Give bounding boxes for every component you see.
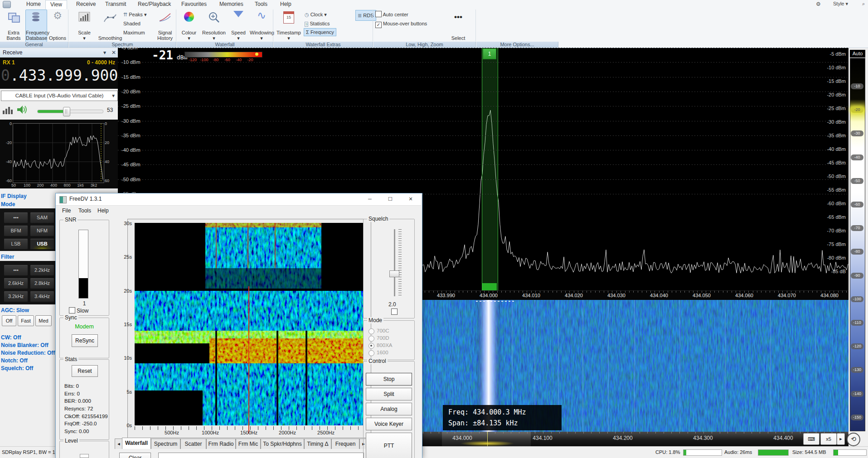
statistics-button[interactable]: 9 Statistics	[305, 20, 330, 27]
agc-med-button[interactable]: Med	[35, 315, 52, 326]
noise-blanker-status[interactable]: Noise Blanker: Off	[1, 342, 48, 348]
tab-to-spkr[interactable]: To Spkr/Hdphns	[261, 439, 304, 449]
ribbon-tab-memories[interactable]: Memories	[215, 0, 248, 9]
waterfall-colorbar[interactable]	[184, 52, 262, 58]
mode-button-more[interactable]: •••	[4, 212, 28, 223]
filter-button-26[interactable]: 2.6kHz	[4, 278, 28, 289]
ribbon-tab-home[interactable]: Home	[22, 0, 45, 9]
mode-button-sam[interactable]: SAM	[30, 212, 54, 223]
signal-history-button[interactable]: Signal History	[154, 10, 176, 42]
agc-off-button[interactable]: Off	[2, 315, 16, 326]
colorbar-marker-dot[interactable]	[255, 53, 258, 56]
menu-help[interactable]: Help	[97, 207, 109, 214]
mode-button-lsb[interactable]: LSB	[4, 238, 28, 250]
mode-radio-800xa[interactable]	[369, 343, 374, 349]
tab-spectrum[interactable]: Spectrum	[151, 439, 180, 449]
search-icon[interactable]: ⌕	[862, 1, 865, 7]
windowing-button[interactable]: ∿ Windowing▾	[249, 10, 274, 42]
clock-menu[interactable]: ◷ Clock ▾	[305, 11, 327, 18]
volume-slider[interactable]	[37, 110, 103, 113]
ribbon-tab-tools[interactable]: Tools	[250, 0, 272, 9]
freedv-waterfall[interactable]	[135, 223, 363, 425]
auto-center-checkbox[interactable]	[375, 11, 382, 17]
filter-button-28[interactable]: 2.8kHz	[30, 278, 54, 289]
panel-collapse-icon[interactable]: ▾	[103, 48, 106, 57]
options-button[interactable]: ⚙ Options	[47, 10, 68, 42]
ribbon-tab-rec-playback[interactable]: Rec/Playback	[133, 0, 175, 9]
tab-scatter[interactable]: Scatter	[180, 439, 206, 449]
waterfall-intensity-ruler[interactable]: -10-20-30-40-50-60-70-80-90-100-110-120-…	[850, 58, 865, 431]
resolution-button[interactable]: Resolution▾	[200, 10, 228, 42]
filter-button-more[interactable]: •••	[4, 265, 28, 276]
volume-handle[interactable]	[63, 107, 70, 116]
equalizer-icon[interactable]	[3, 106, 13, 114]
ribbon-tab-transmit[interactable]: Transmit	[101, 0, 131, 9]
menu-file[interactable]: File	[62, 207, 71, 214]
ribbon-tab-view[interactable]: View	[45, 0, 67, 9]
mode-button-usb[interactable]: USB	[30, 238, 54, 250]
app-icon[interactable]	[3, 1, 11, 8]
rx-filter-band[interactable]	[482, 48, 498, 290]
mouse-over-checkbox[interactable]: ✓	[375, 22, 382, 28]
squelch-slider-track[interactable]	[394, 229, 395, 296]
gear-icon[interactable]: ⚙	[816, 1, 821, 7]
select-button[interactable]: ••• Select	[444, 10, 472, 42]
scale-button[interactable]: Scale▾	[72, 10, 97, 42]
notch-status[interactable]: Notch: Off	[1, 357, 28, 364]
zoom-x5-button[interactable]: x5	[820, 433, 837, 445]
filter-button-32[interactable]: 3.2kHz	[4, 291, 28, 302]
ribbon-tab-receive[interactable]: Receive	[72, 0, 100, 9]
cw-status[interactable]: CW: Off	[1, 334, 21, 341]
tab-timing[interactable]: Timing Δ	[304, 439, 331, 449]
tab-frm-mic[interactable]: Frm Mic	[236, 439, 261, 449]
panel-close-icon[interactable]: ✕	[112, 48, 116, 57]
ptt-button[interactable]: PTT	[366, 433, 412, 458]
scroll-right-button[interactable]: ►	[837, 433, 845, 445]
peaks-menu[interactable]: ⇈ Peaks ▾	[123, 11, 146, 18]
rx-marker-1[interactable]: 1	[483, 48, 496, 59]
resync-button[interactable]: ReSync	[72, 334, 98, 347]
frequency-display[interactable]: 0.433.999.900	[1, 67, 118, 84]
audio-device-dropdown[interactable]: CABLE Input (VB-Audio Virtual Cable) ▾	[1, 91, 118, 101]
filter-button-22[interactable]: 2.2kHz	[30, 265, 54, 276]
frequency-database-button[interactable]: Frequency Database	[25, 10, 47, 42]
recenter-button[interactable]: ⟲	[847, 433, 860, 446]
mode-radio-700d[interactable]	[369, 336, 374, 342]
clear-button[interactable]: Clear	[119, 453, 151, 458]
filter-button-34[interactable]: 3.4kHz	[30, 291, 54, 302]
if-chart[interactable]	[13, 123, 104, 183]
speed-button[interactable]: Speed▾	[228, 10, 249, 42]
level-slider-handle[interactable]	[80, 454, 89, 458]
snr-slow-checkbox[interactable]	[69, 307, 75, 313]
menu-tools[interactable]: Tools	[78, 207, 91, 214]
maximize-button[interactable]: ☐	[383, 195, 397, 204]
text-output-field[interactable]	[158, 453, 364, 458]
squelch-status[interactable]: Squelch: Off	[1, 365, 33, 371]
mode-radio-1600[interactable]	[369, 350, 374, 356]
tab-frequency[interactable]: Frequen	[331, 439, 359, 449]
timestamp-button[interactable]: 15 Timestamp▾	[275, 10, 303, 42]
squelch-enable-checkbox[interactable]	[391, 309, 398, 315]
close-button[interactable]: ✕	[404, 195, 417, 204]
ribbon-tab-favourites[interactable]: Favourites	[177, 0, 211, 9]
keyboard-entry-button[interactable]: ⌨	[803, 433, 820, 445]
snr-slow-row[interactable]: Slow	[69, 307, 88, 314]
extra-bands-button[interactable]: Extra Bands	[2, 10, 25, 42]
mode-button-bfm[interactable]: BFM	[4, 225, 28, 236]
ribbon-tab-help[interactable]: Help	[276, 0, 296, 9]
tab-waterfall[interactable]: Waterfall	[122, 438, 151, 449]
noise-reduction-status[interactable]: Noise Reduction: Off	[1, 350, 55, 356]
voice-keyer-button[interactable]: Voice Keyer	[366, 418, 412, 430]
frequency-button[interactable]: Σ Frequency	[304, 28, 336, 36]
mode-button-nfm[interactable]: NFM	[30, 225, 54, 236]
maximum-button[interactable]: Maximum	[123, 29, 145, 36]
split-button[interactable]: Split	[366, 388, 412, 400]
shaded-button[interactable]: Shaded	[123, 20, 141, 27]
style-menu[interactable]: Style ▾	[833, 1, 848, 7]
analog-button[interactable]: Analog	[366, 403, 412, 415]
mode-radio-700c[interactable]	[369, 328, 374, 334]
stop-button[interactable]: Stop	[366, 373, 412, 386]
reset-button[interactable]: Reset	[72, 365, 98, 377]
squelch-slider-handle[interactable]	[389, 270, 399, 277]
auto-center-row[interactable]: Auto center	[375, 11, 408, 18]
